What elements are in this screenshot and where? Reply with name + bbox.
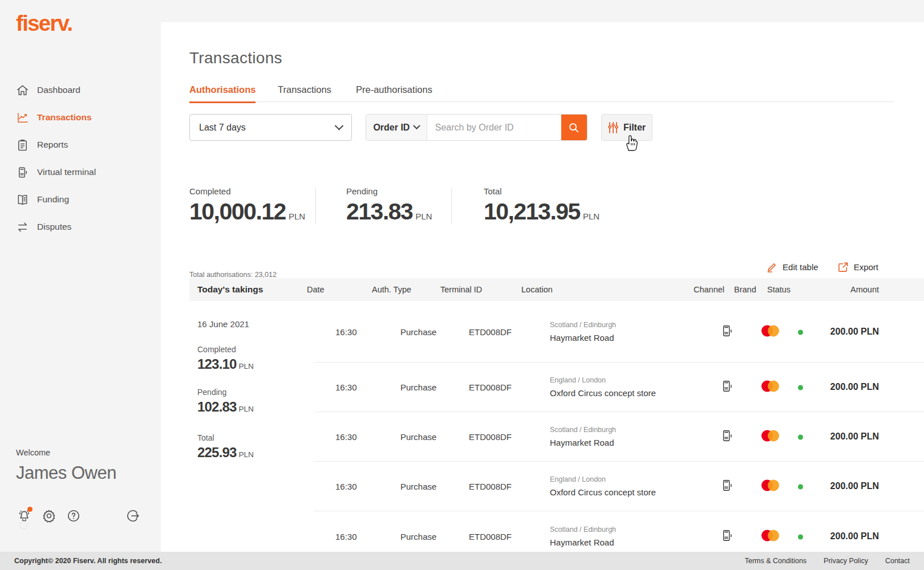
cell-amount: 200.00 PLN	[830, 327, 879, 337]
cell-auth-type: Purchase	[400, 482, 436, 491]
summary-value: 10,213.95	[484, 198, 580, 225]
tab-pre-authorisations[interactable]: Pre-authorisations	[356, 84, 432, 101]
clipboard-icon	[16, 139, 29, 152]
table-header: Today's takings Date Auth. Type Terminal…	[189, 278, 924, 301]
search-category-select[interactable]: Order ID	[366, 115, 427, 140]
tab-bar: Authorisations Transactions Pre-authoris…	[189, 83, 894, 102]
footer-link-privacy[interactable]: Privacy Policy	[824, 557, 868, 565]
sidebar-item-reports[interactable]: Reports	[0, 131, 156, 158]
cell-time: 16:30	[335, 432, 357, 442]
help-icon[interactable]	[66, 508, 81, 523]
location-store: Haymarket Road	[550, 333, 616, 343]
date-range-select[interactable]: Last 7 days	[189, 114, 352, 141]
location-region: Scotland / Edinburgh	[550, 426, 616, 434]
summary-currency: PLN	[289, 211, 305, 221]
chevron-down-icon	[414, 122, 421, 129]
table-body: 16 June 2021 Completed 123.10PLN Pending…	[189, 301, 924, 552]
copyright-text: Copyright© 2020 Fiserv. All rights reser…	[14, 557, 162, 565]
filter-button[interactable]: Filter	[601, 114, 653, 141]
export-button[interactable]: Export	[838, 262, 878, 272]
location-store: Oxford Circus concept store	[550, 388, 656, 398]
cell-amount: 200.00 PLN	[830, 531, 879, 542]
table-row[interactable]: 16:30 Purchase ETD008DF Scotland / Edinb…	[314, 301, 924, 363]
channel-pos-terminal-icon	[721, 529, 733, 543]
status-approved-dot	[798, 531, 803, 541]
sidebar-item-label: Funding	[37, 194, 69, 205]
search-button[interactable]	[561, 115, 587, 140]
cell-terminal-id: ETD008DF	[469, 432, 512, 442]
location-region: England / London	[550, 475, 656, 483]
cell-amount: 200.00 PLN	[830, 481, 879, 491]
summary-totals: Completed 10,000.12PLN Pending 213.83PLN…	[189, 186, 599, 226]
takings-label: Pending	[197, 388, 226, 397]
settings-gear-icon[interactable]	[42, 508, 56, 523]
summary-label: Pending	[346, 186, 451, 196]
summary-label: Total	[484, 186, 599, 196]
cell-amount: 200.00 PLN	[830, 431, 879, 442]
page-footer: Copyright© 2020 Fiserv. All rights reser…	[0, 552, 924, 570]
cell-terminal-id: ETD008DF	[469, 531, 512, 541]
logout-icon[interactable]	[125, 508, 140, 523]
cell-amount: 200.00 PLN	[830, 382, 879, 392]
sidebar-item-funding[interactable]: Funding	[0, 186, 156, 213]
location-region: Scotland / Edinburgh	[550, 321, 616, 329]
book-icon	[16, 193, 29, 206]
location-store: Haymarket Road	[550, 538, 616, 547]
takings-value: 225.93PLN	[197, 445, 254, 461]
fiserv-logo: fiserv.	[16, 11, 72, 36]
cell-time: 16:30	[335, 327, 357, 336]
brand-mastercard-icon	[761, 325, 780, 338]
table-row[interactable]: 16:30 Purchase ETD008DF Scotland / Edinb…	[314, 511, 924, 552]
sidebar-item-label: Disputes	[37, 222, 71, 232]
col-location: Location	[521, 285, 553, 294]
edit-table-button[interactable]: Edit table	[767, 262, 818, 272]
welcome-block: Welcome James Owen	[16, 448, 116, 483]
sidebar-item-disputes[interactable]: Disputes	[0, 213, 156, 241]
search-icon	[568, 121, 580, 134]
filter-row: Last 7 days Order ID Filter	[189, 114, 874, 141]
col-amount: Amount	[850, 285, 879, 294]
cell-location: England / London Oxford Circus concept s…	[550, 475, 656, 497]
channel-pos-terminal-icon	[721, 380, 733, 394]
col-status: Status	[767, 285, 791, 294]
transactions-rows: 16:30 Purchase ETD008DF Scotland / Edinb…	[314, 301, 924, 552]
summary-divider	[315, 189, 316, 224]
tab-authorisations[interactable]: Authorisations	[189, 84, 256, 103]
cell-time: 16:30	[335, 482, 357, 491]
main-content: Transactions Authorisations Transactions…	[161, 22, 924, 552]
date-range-value: Last 7 days	[199, 123, 246, 133]
sidebar-item-dashboard[interactable]: Dashboard	[0, 76, 156, 104]
bell-halo-decoration	[19, 521, 28, 530]
takings-label: Total	[197, 433, 214, 442]
cell-terminal-id: ETD008DF	[469, 382, 512, 392]
col-brand: Brand	[734, 285, 756, 294]
cell-location: Scotland / Edinburgh Haymarket Road	[550, 526, 616, 547]
sidebar-item-label: Dashboard	[37, 85, 80, 95]
summary-divider	[451, 189, 452, 224]
sidebar-item-virtual-terminal[interactable]: Virtual terminal	[0, 158, 156, 186]
summary-pending: Pending 213.83PLN	[346, 186, 451, 226]
summary-value: 10,000.12	[189, 198, 286, 225]
takings-label: Completed	[197, 345, 236, 354]
summary-completed: Completed 10,000.12PLN	[189, 186, 315, 226]
table-row[interactable]: 16:30 Purchase ETD008DF England / London…	[314, 363, 924, 412]
footer-link-contact[interactable]: Contact	[885, 557, 910, 565]
table-row[interactable]: 16:30 Purchase ETD008DF Scotland / Edinb…	[314, 412, 924, 462]
channel-pos-terminal-icon	[721, 430, 733, 444]
tab-transactions[interactable]: Transactions	[278, 84, 331, 101]
home-icon	[16, 84, 29, 97]
footer-link-terms[interactable]: Terms & Conditions	[745, 557, 807, 565]
search-input[interactable]	[427, 115, 561, 140]
welcome-label: Welcome	[16, 448, 116, 457]
col-channel: Channel	[694, 285, 724, 294]
sidebar-item-transactions[interactable]: Transactions	[0, 104, 156, 131]
channel-pos-terminal-icon	[721, 324, 733, 339]
sidebar-nav: Dashboard Transactions Reports Virtual t…	[0, 76, 156, 241]
location-store: Haymarket Road	[550, 438, 616, 447]
col-auth-type: Auth. Type	[372, 285, 411, 294]
table-row[interactable]: 16:30 Purchase ETD008DF England / London…	[314, 462, 924, 511]
sidebar-item-label: Virtual terminal	[37, 167, 96, 177]
col-todays-takings: Today's takings	[197, 284, 263, 295]
sidebar-item-label: Reports	[37, 140, 68, 150]
sidebar-item-label: Transactions	[37, 112, 92, 123]
